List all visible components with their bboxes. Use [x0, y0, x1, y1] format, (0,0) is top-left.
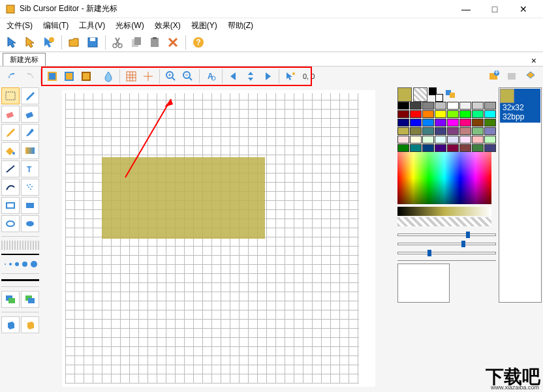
canvas[interactable]: [62, 90, 375, 387]
palette-swatch[interactable]: [472, 110, 484, 118]
palette-swatch[interactable]: [447, 136, 459, 143]
palette-swatch[interactable]: [435, 110, 446, 118]
cut-button[interactable]: [110, 34, 127, 51]
redo-button[interactable]: [21, 68, 38, 85]
slider-g[interactable]: [397, 239, 496, 249]
palette-swatch[interactable]: [422, 136, 434, 143]
palette-swatch[interactable]: [472, 102, 484, 110]
palette-swatch[interactable]: [447, 127, 459, 135]
palette-swatch[interactable]: [422, 102, 434, 110]
fg-color[interactable]: [397, 87, 412, 102]
line-weight[interactable]: [1, 279, 39, 281]
close-button[interactable]: ✕: [509, 0, 538, 18]
layer-mode-2[interactable]: [21, 291, 39, 308]
palette-swatch[interactable]: [484, 144, 496, 152]
palette-swatch[interactable]: [435, 136, 446, 143]
curve-tool[interactable]: [1, 179, 20, 196]
brush-tool[interactable]: [21, 124, 39, 141]
cube-tool-1[interactable]: [1, 316, 20, 333]
filled-rect-tool[interactable]: [21, 197, 39, 214]
actual-size-button[interactable]: A: [202, 68, 219, 85]
palette-swatch[interactable]: [459, 110, 471, 118]
tab-new-cursor[interactable]: 新建光标: [3, 53, 46, 66]
drop-icon[interactable]: [100, 68, 117, 85]
palette-swatch[interactable]: [435, 127, 446, 135]
save-button[interactable]: [84, 34, 101, 51]
palette-swatch[interactable]: [459, 127, 471, 135]
palette-swatch[interactable]: [410, 144, 422, 152]
crosshair-button[interactable]: [140, 68, 157, 85]
palette-swatch[interactable]: [410, 110, 422, 118]
maximize-button[interactable]: □: [480, 0, 509, 18]
palette-swatch[interactable]: [397, 110, 409, 118]
text-tool[interactable]: T: [21, 160, 39, 177]
line-style-2[interactable]: [1, 254, 39, 255]
palette-swatch[interactable]: [484, 110, 496, 118]
palette-swatch[interactable]: [472, 136, 484, 143]
palette-swatch[interactable]: [484, 127, 496, 135]
brush-sizes[interactable]: [1, 259, 39, 269]
eyedropper-tool[interactable]: [21, 87, 39, 104]
line-style-1[interactable]: [1, 241, 39, 250]
layer2-button[interactable]: [61, 68, 78, 85]
minimize-button[interactable]: —: [452, 0, 480, 18]
replace-color-tool[interactable]: [21, 106, 39, 123]
new-library-button[interactable]: [40, 34, 57, 51]
cube-tool-2[interactable]: [21, 316, 39, 333]
palette-swatch[interactable]: [422, 127, 434, 135]
brightness-strip[interactable]: [397, 207, 491, 216]
palette-swatch[interactable]: [410, 136, 422, 143]
palette-swatch[interactable]: [472, 144, 484, 152]
gradient-tool[interactable]: [21, 142, 39, 159]
move-right-button[interactable]: [259, 68, 276, 85]
menu-file[interactable]: 文件(S): [3, 19, 37, 33]
slider-r[interactable]: [397, 230, 496, 239]
palette-swatch[interactable]: [397, 127, 409, 135]
palette-swatch[interactable]: [410, 127, 422, 135]
filled-ellipse-tool[interactable]: [21, 215, 39, 232]
palette-swatch[interactable]: [422, 144, 434, 152]
eraser-tool[interactable]: [1, 106, 20, 123]
palette-swatch[interactable]: [422, 119, 434, 127]
move-vert-button[interactable]: [242, 68, 259, 85]
rect-tool[interactable]: [1, 197, 20, 214]
add-image-button[interactable]: +: [486, 68, 503, 85]
grid-button[interactable]: [123, 68, 140, 85]
palette-swatch[interactable]: [397, 136, 409, 143]
hotspot-button[interactable]: [282, 68, 299, 85]
palette-swatch[interactable]: [447, 119, 459, 127]
palette-swatch[interactable]: [459, 119, 471, 127]
palette-swatch[interactable]: [410, 119, 422, 127]
palette-swatch[interactable]: [459, 136, 471, 143]
ellipse-tool[interactable]: [1, 215, 20, 232]
layer-mode-1[interactable]: [1, 291, 20, 308]
palette-swatch[interactable]: [472, 119, 484, 127]
palette-swatch[interactable]: [472, 127, 484, 135]
menu-view[interactable]: 视图(Y): [187, 19, 221, 33]
palette-swatch[interactable]: [459, 102, 471, 110]
export-image-button[interactable]: [522, 68, 539, 85]
menu-tools[interactable]: 工具(V): [75, 19, 109, 33]
palette-swatch[interactable]: [447, 102, 459, 110]
move-left-button[interactable]: [225, 68, 242, 85]
palette-swatch[interactable]: [459, 144, 471, 152]
alpha-strip[interactable]: [397, 217, 491, 226]
color-palette[interactable]: [397, 102, 496, 152]
palette-swatch[interactable]: [397, 102, 409, 110]
delete-button[interactable]: [164, 34, 181, 51]
palette-swatch[interactable]: [435, 102, 446, 110]
palette-swatch[interactable]: [397, 144, 409, 152]
open-button[interactable]: [66, 34, 83, 51]
palette-swatch[interactable]: [484, 119, 496, 127]
zoom-in-button[interactable]: [163, 68, 179, 85]
zoom-out-button[interactable]: [179, 68, 196, 85]
palette-swatch[interactable]: [435, 144, 446, 152]
menu-edit[interactable]: 编辑(T): [39, 19, 72, 33]
help-button[interactable]: ?: [190, 34, 207, 51]
palette-swatch[interactable]: [484, 102, 496, 110]
layer1-button[interactable]: [44, 68, 61, 85]
layer3-button[interactable]: [78, 68, 95, 85]
new-icon-button[interactable]: [22, 34, 39, 51]
line-tool[interactable]: [1, 160, 20, 177]
spray-tool[interactable]: [21, 179, 39, 196]
